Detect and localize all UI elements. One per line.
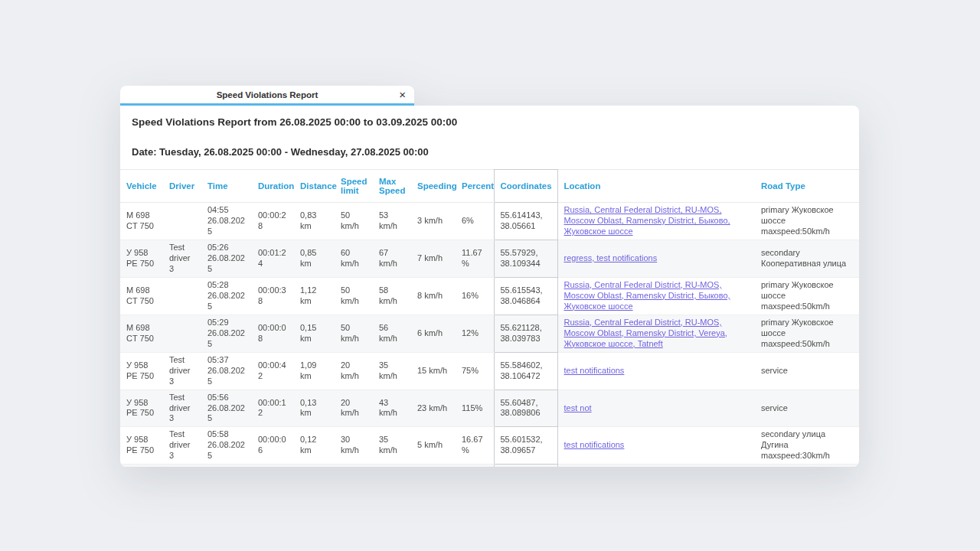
column-header-vehicle[interactable]: Vehicle xyxy=(120,170,163,203)
column-header-road_type[interactable]: Road Type xyxy=(755,170,859,203)
date: 26.08.2025 xyxy=(207,403,246,425)
date: 26.08.2025 xyxy=(207,291,246,312)
cell-duration: 00:00:38 xyxy=(252,277,294,315)
column-header-duration[interactable]: Duration xyxy=(252,170,294,203)
cell-speed_limit: 50 km/h xyxy=(335,203,373,240)
cell-duration: 00:00:08 xyxy=(252,315,294,352)
report-body: Speed Violations Report from 26.08.2025 … xyxy=(120,106,859,467)
cell-distance: 0,83 km xyxy=(294,203,335,240)
violations-table: VehicleDriverTimeDurationDistanceSpeed l… xyxy=(120,169,859,467)
cell-driver: Test driver 3 xyxy=(163,390,201,427)
date: 26.08.2025 xyxy=(207,216,246,237)
column-header-max_speed[interactable]: Max Speed xyxy=(373,170,411,203)
cell-speed_limit: 20 km/h xyxy=(335,352,373,390)
cell-max_speed: 58 km/h xyxy=(373,277,411,315)
cell-driver: Test driver 3 xyxy=(163,427,201,465)
tab-speed-violations-report[interactable]: Speed Violations Report × xyxy=(120,86,414,106)
cell-max_speed: 56 km/h xyxy=(373,315,411,352)
cell-distance: 1,12 km xyxy=(294,277,335,315)
table-row: M 698 CT 75005:2826.08.202500:00:381,12 … xyxy=(120,277,859,315)
cell-vehicle: У 958 РЕ 750 xyxy=(120,465,163,467)
location-link[interactable]: Russia, Central Federal District, RU-MOS… xyxy=(564,205,730,236)
table-row: У 958 РЕ 750Test driver 305:5826.08.2025… xyxy=(120,465,859,467)
time-of-day: 04:55 xyxy=(207,205,246,216)
cell-speed_limit: 20 km/h xyxy=(335,390,373,427)
time-of-day: 05:29 xyxy=(207,318,246,328)
cell-speeding: 15 km/h xyxy=(411,352,456,390)
cell-max_speed: 33 km/h xyxy=(373,465,411,467)
cell-driver xyxy=(163,315,201,352)
column-header-percent[interactable]: Percent xyxy=(456,170,494,203)
cell-coordinates: 55.614143, 38.05661 xyxy=(494,203,557,240)
cell-percent: 6% xyxy=(456,203,494,240)
location-link[interactable]: test notifications xyxy=(564,440,625,449)
location-link[interactable]: test not xyxy=(564,403,592,412)
cell-speed_limit: 50 km/h xyxy=(335,315,373,352)
column-header-speed_limit[interactable]: Speed limit xyxy=(335,170,373,203)
cell-location: Russia, Central Federal District, RU-MOS… xyxy=(557,277,755,315)
cell-distance: 0,15 km xyxy=(294,315,335,352)
cell-driver xyxy=(163,277,201,315)
cell-road_type: primary Жуковское шоссе maxspeed:50km/h xyxy=(755,315,859,352)
close-icon[interactable]: × xyxy=(399,89,406,100)
column-header-location[interactable]: Location xyxy=(557,170,755,203)
cell-vehicle: У 958 РЕ 750 xyxy=(120,352,163,390)
table-row: У 958 РЕ 750Test driver 305:5826.08.2025… xyxy=(120,427,859,465)
location-link[interactable]: Russia, Central Federal District, RU-MOS… xyxy=(564,280,730,311)
cell-location: regress, test notifications xyxy=(557,240,755,277)
cell-road_type: primary Жуковское шоссе maxspeed:50km/h xyxy=(755,203,859,240)
cell-driver: Test driver 3 xyxy=(163,465,201,467)
cell-percent: 75% xyxy=(456,352,494,390)
cell-distance: 0,04 km xyxy=(294,465,335,467)
cell-speeding: 7 km/h xyxy=(411,240,456,277)
cell-location: test notifications xyxy=(557,465,755,467)
location-link[interactable]: regress, test notifications xyxy=(564,253,658,262)
column-header-distance[interactable]: Distance xyxy=(294,170,335,203)
cell-percent: 10% xyxy=(456,465,494,467)
cell-duration: 00:00:06 xyxy=(252,465,294,467)
table-row: M 698 CT 75004:5526.08.202500:00:280,83 … xyxy=(120,203,859,240)
cell-time: 05:3726.08.2025 xyxy=(201,352,252,390)
cell-road_type: secondary улица Дугина maxspeed:30km/h xyxy=(755,465,859,467)
cell-coordinates: 55.60487, 38.089806 xyxy=(494,390,557,427)
cell-distance: 1,09 km xyxy=(294,352,335,390)
location-link[interactable]: test notifications xyxy=(564,366,625,375)
cell-vehicle: У 958 РЕ 750 xyxy=(120,240,163,277)
cell-driver: Test driver 3 xyxy=(163,240,201,277)
cell-vehicle: У 958 РЕ 750 xyxy=(120,390,163,427)
location-link[interactable]: Russia, Central Federal District, RU-MOS… xyxy=(564,318,727,348)
column-header-driver[interactable]: Driver xyxy=(163,170,201,203)
cell-time: 05:2926.08.2025 xyxy=(201,315,252,352)
cell-distance: 0,12 km xyxy=(294,427,335,465)
cell-duration: 00:01:24 xyxy=(252,240,294,277)
column-header-speeding[interactable]: Speeding xyxy=(411,170,456,203)
cell-duration: 00:00:42 xyxy=(252,352,294,390)
cell-road_type: primary Жуковское шоссе maxspeed:50km/h xyxy=(755,277,859,315)
cell-percent: 12% xyxy=(456,315,494,352)
cell-time: 05:2826.08.2025 xyxy=(201,277,252,315)
cell-vehicle: M 698 CT 750 xyxy=(120,315,163,352)
table-row: У 958 РЕ 750Test driver 305:3726.08.2025… xyxy=(120,352,859,390)
date: 26.08.2025 xyxy=(207,253,246,275)
cell-vehicle: M 698 CT 750 xyxy=(120,203,163,240)
cell-speeding: 3 km/h xyxy=(411,465,456,467)
cell-location: test not xyxy=(557,390,755,427)
column-header-time[interactable]: Time xyxy=(201,170,252,203)
cell-time: 05:5626.08.2025 xyxy=(201,390,252,427)
table-row: У 958 РЕ 750Test driver 305:2626.08.2025… xyxy=(120,240,859,277)
cell-max_speed: 53 km/h xyxy=(373,203,411,240)
column-header-coordinates[interactable]: Coordinates xyxy=(494,170,557,203)
cell-road_type: service xyxy=(755,352,859,390)
report-title: Speed Violations Report from 26.08.2025 … xyxy=(132,116,848,128)
table-row: M 698 CT 75005:2926.08.202500:00:080,15 … xyxy=(120,315,859,352)
time-of-day: 05:37 xyxy=(207,355,246,366)
cell-coordinates: 55.601532, 38.09657 xyxy=(494,427,557,465)
cell-road_type: secondary улица Дугина maxspeed:30km/h xyxy=(755,427,859,465)
cell-time: 05:5826.08.2025 xyxy=(201,465,252,467)
cell-coordinates: 55.57929, 38.109344 xyxy=(494,240,557,277)
cell-percent: 115% xyxy=(456,390,494,427)
time-of-day: 05:56 xyxy=(207,393,246,403)
cell-time: 04:5526.08.2025 xyxy=(201,203,252,240)
cell-time: 05:5826.08.2025 xyxy=(201,427,252,465)
cell-speeding: 23 km/h xyxy=(411,390,456,427)
